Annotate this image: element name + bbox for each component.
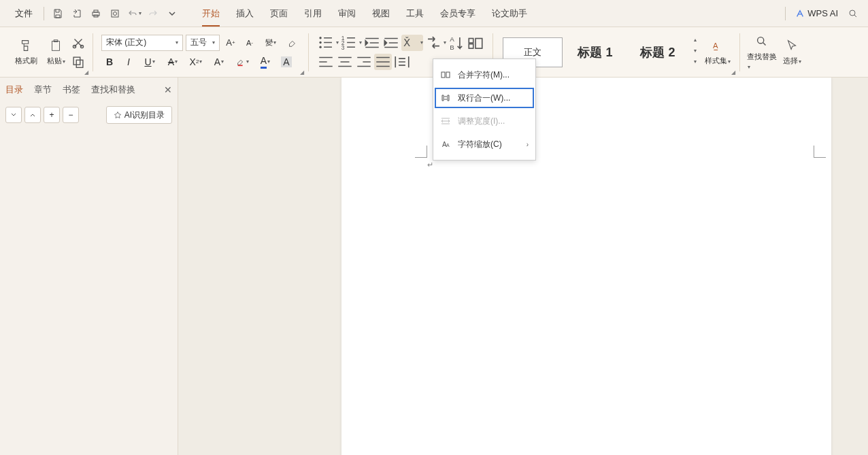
style-expand-icon[interactable]: ▾ bbox=[690, 58, 700, 68]
more-quick-icon[interactable] bbox=[163, 4, 182, 23]
nav-tab-toc[interactable]: 目录 bbox=[5, 84, 23, 96]
menu-char-scale-label: 字符缩放(C) bbox=[458, 139, 502, 150]
nav-tab-chapter[interactable]: 章节 bbox=[34, 84, 52, 96]
add-icon[interactable]: + bbox=[44, 107, 60, 123]
redo-icon[interactable] bbox=[144, 4, 163, 23]
svg-rect-28 bbox=[446, 72, 450, 78]
save-as-icon[interactable] bbox=[67, 4, 86, 23]
tab-reference[interactable]: 引用 bbox=[304, 0, 322, 27]
style-scroll-down-icon[interactable]: ▾ bbox=[690, 48, 700, 57]
print-icon[interactable] bbox=[86, 4, 105, 23]
align-justify-icon[interactable] bbox=[374, 54, 392, 70]
tab-member[interactable]: 会员专享 bbox=[440, 0, 475, 27]
font-group: 宋体 (正文) ▾ 五号 ▾ A+ A- 變▾ B I U▾ A▾ X2▾ A▾ bbox=[96, 27, 305, 77]
decrease-font-icon[interactable]: A- bbox=[241, 35, 258, 51]
tab-view[interactable]: 视图 bbox=[372, 0, 390, 27]
menu-two-lines[interactable]: 双行合一(W)... bbox=[433, 86, 535, 109]
align-left-icon[interactable] bbox=[317, 54, 335, 70]
style-scroll-up-icon[interactable]: ▴ bbox=[690, 37, 700, 46]
expand-down-icon[interactable] bbox=[5, 107, 22, 123]
phonetic-guide-icon[interactable]: 變▾ bbox=[261, 35, 281, 51]
font-name-select[interactable]: 宋体 (正文) ▾ bbox=[101, 35, 183, 51]
char-layout-button[interactable]: X̌▾ bbox=[401, 35, 423, 51]
char-shading-button[interactable]: A bbox=[278, 54, 295, 70]
bullet-list-icon[interactable]: ▾ bbox=[317, 35, 339, 51]
svg-text:A: A bbox=[446, 143, 450, 148]
search-icon[interactable] bbox=[844, 4, 863, 23]
style-heading2[interactable]: 标题 2 bbox=[628, 37, 688, 67]
bold-button[interactable]: B bbox=[101, 54, 118, 70]
close-icon[interactable]: ✕ bbox=[164, 84, 172, 95]
menu-char-scale[interactable]: AA 字符缩放(C) › bbox=[433, 133, 535, 156]
editing-group: 查找替换▾ 选择▾ bbox=[743, 27, 811, 77]
decrease-indent-icon[interactable] bbox=[363, 35, 381, 51]
italic-button[interactable]: I bbox=[120, 54, 137, 70]
svg-point-15 bbox=[319, 46, 321, 48]
strikethrough-button[interactable]: A▾ bbox=[163, 54, 183, 70]
find-replace-button[interactable]: 查找替换▾ bbox=[747, 33, 777, 72]
hamburger-icon[interactable] bbox=[5, 6, 11, 21]
tab-review[interactable]: 审阅 bbox=[338, 0, 356, 27]
superscript-button[interactable]: X2▾ bbox=[186, 54, 206, 70]
tab-page[interactable]: 页面 bbox=[270, 0, 288, 27]
ai-toc-label: AI识别目录 bbox=[124, 109, 165, 121]
svg-rect-22 bbox=[469, 38, 473, 43]
paste-button[interactable]: 粘贴▾ bbox=[41, 33, 71, 72]
undo-icon[interactable]: ▾ bbox=[124, 4, 144, 23]
cut-icon[interactable] bbox=[71, 35, 86, 50]
align-right-icon[interactable] bbox=[355, 54, 373, 70]
ai-toc-button[interactable]: AI识别目录 bbox=[106, 106, 172, 124]
increase-indent-icon[interactable] bbox=[382, 35, 400, 51]
show-marks-icon[interactable] bbox=[467, 35, 484, 51]
highlight-button[interactable]: ▾ bbox=[232, 54, 252, 70]
svg-rect-24 bbox=[475, 38, 482, 48]
tab-thesis[interactable]: 论文助手 bbox=[492, 0, 527, 27]
tab-insert[interactable]: 插入 bbox=[236, 0, 254, 27]
increase-font-icon[interactable]: A+ bbox=[222, 35, 239, 51]
nav-tab-bookmark[interactable]: 书签 bbox=[63, 84, 80, 96]
svg-rect-6 bbox=[52, 41, 60, 51]
underline-button[interactable]: U▾ bbox=[139, 54, 160, 70]
menu-fit-width-label: 调整宽度(I)... bbox=[458, 116, 505, 127]
svg-text:A: A bbox=[450, 35, 454, 43]
file-menu[interactable]: 文件 bbox=[15, 7, 33, 20]
select-button[interactable]: 选择▾ bbox=[777, 33, 807, 72]
tab-tools[interactable]: 工具 bbox=[406, 0, 424, 27]
wps-ai-button[interactable]: WPS AI bbox=[795, 8, 838, 18]
separator bbox=[739, 33, 740, 71]
format-painter-button[interactable]: 格式刷 bbox=[11, 33, 41, 72]
find-replace-label: 查找替换▾ bbox=[747, 52, 777, 70]
copy-icon[interactable] bbox=[71, 54, 86, 69]
page[interactable]: ↵ bbox=[341, 78, 831, 455]
nav-tab-find[interactable]: 查找和替换 bbox=[91, 84, 135, 96]
tab-home[interactable]: 开始 bbox=[202, 0, 220, 27]
svg-point-26 bbox=[758, 37, 764, 44]
menu-two-lines-label: 双行合一(W)... bbox=[458, 92, 510, 104]
save-icon[interactable] bbox=[48, 4, 67, 23]
separator bbox=[308, 33, 309, 71]
expand-up-icon[interactable] bbox=[24, 107, 41, 123]
remove-icon[interactable]: − bbox=[63, 107, 79, 123]
char-layout-menu: 合并字符(M)... 双行合一(W)... 调整宽度(I)... AA 字符缩放… bbox=[433, 58, 536, 161]
clipboard-launcher-icon[interactable]: ◢ bbox=[84, 69, 88, 75]
font-name-value: 宋体 (正文) bbox=[106, 37, 146, 48]
number-list-icon[interactable]: 123▾ bbox=[340, 35, 362, 51]
text-effects-button[interactable]: A▾ bbox=[209, 54, 229, 70]
distribute-icon[interactable] bbox=[393, 54, 411, 70]
svg-rect-12 bbox=[237, 65, 242, 66]
chevron-down-icon: ▾ bbox=[212, 39, 215, 46]
text-direction-icon[interactable]: ▾ bbox=[424, 35, 446, 51]
align-center-icon[interactable] bbox=[336, 54, 354, 70]
paragraph-mark-icon: ↵ bbox=[427, 161, 433, 169]
print-preview-icon[interactable] bbox=[105, 4, 124, 23]
menu-combine-chars[interactable]: 合并字符(M)... bbox=[433, 63, 535, 86]
svg-point-4 bbox=[114, 12, 117, 15]
style-heading1[interactable]: 标题 1 bbox=[565, 37, 625, 67]
font-launcher-icon[interactable]: ◢ bbox=[300, 69, 304, 75]
font-color-button[interactable]: A▾ bbox=[255, 54, 276, 70]
style-set-button[interactable]: A̲ 样式集▾ bbox=[703, 33, 733, 72]
font-size-select[interactable]: 五号 ▾ bbox=[186, 35, 220, 51]
clear-format-icon[interactable] bbox=[284, 35, 300, 51]
sort-icon[interactable]: AB bbox=[448, 35, 465, 51]
styles-launcher-icon[interactable]: ◢ bbox=[731, 69, 735, 75]
